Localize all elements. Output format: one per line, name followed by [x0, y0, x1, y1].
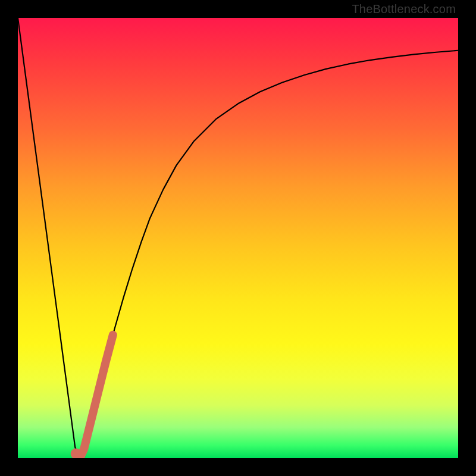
highlight-segment [81, 335, 113, 456]
chart-frame: TheBottleneck.com [0, 0, 476, 476]
highlight-dot [71, 449, 82, 458]
chart-plot-area [18, 18, 458, 458]
chart-svg [18, 18, 458, 458]
bottleneck-curve [18, 18, 458, 458]
watermark-text: TheBottleneck.com [352, 2, 456, 16]
